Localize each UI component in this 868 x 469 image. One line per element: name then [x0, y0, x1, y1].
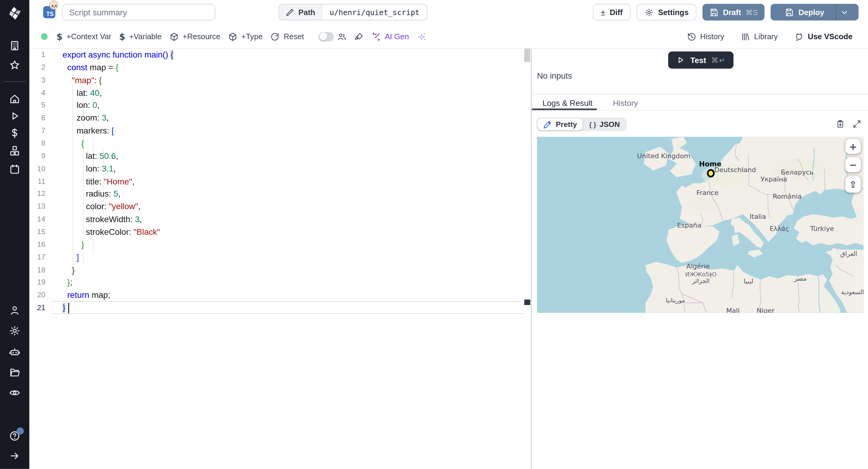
path-value[interactable]: u/henri/quiet_script [322, 4, 427, 20]
code-line[interactable]: 6 zoom: 3, [29, 112, 531, 125]
diff-button[interactable]: ± Diff [593, 4, 630, 21]
code-line[interactable]: 12 radius: 5, [29, 188, 531, 200]
play-icon [676, 56, 685, 65]
line-number: 14 [29, 213, 53, 226]
json-view-button[interactable]: { } JSON [584, 119, 625, 130]
code-line[interactable]: 9 lat: 50.6, [29, 150, 531, 162]
path-widget[interactable]: Path u/henri/quiet_script [278, 4, 427, 21]
map-country-label: Italia [749, 213, 766, 220]
sidebar-expand-button[interactable] [9, 450, 21, 462]
code-line[interactable]: 7 markers: [ [29, 125, 531, 137]
test-button[interactable]: Test ⌘↵ [668, 52, 733, 69]
map-reset-view-button[interactable]: ⇧ [845, 176, 861, 193]
sidebar-item-audit-logs[interactable] [9, 387, 21, 399]
deploy-dropdown-button[interactable] [836, 4, 852, 21]
add-type-button[interactable]: +Type [228, 32, 263, 41]
add-context-var-button[interactable]: $ +Context Var [56, 31, 111, 42]
map-country-label: Ελλάς [770, 225, 789, 233]
users-icon[interactable] [337, 32, 347, 41]
history-button[interactable]: History [687, 32, 724, 41]
draft-button[interactable]: Draft ⌘S [703, 4, 765, 21]
code-text: lat: 50.6, [63, 150, 119, 162]
sidebar-item-resources[interactable] [9, 145, 21, 157]
code-line[interactable]: 10 lon: 3.1, [29, 162, 531, 175]
panel-divider [532, 94, 868, 95]
code-line[interactable]: 18 } [29, 264, 531, 276]
code-line[interactable]: 2 const map = { [29, 61, 531, 74]
library-icon [741, 32, 750, 41]
add-resource-button[interactable]: +Resource [169, 32, 220, 41]
code-line[interactable]: 21} [29, 302, 531, 314]
code-line[interactable]: 19 }; [29, 276, 531, 289]
format-brush-icon[interactable] [354, 32, 364, 41]
code-editor[interactable]: 1export async function main() {2 const m… [29, 49, 531, 469]
library-button[interactable]: Library [741, 32, 778, 41]
use-vscode-button[interactable]: Use VScode [795, 32, 852, 41]
sidebar-item-folders[interactable] [9, 367, 21, 378]
result-view-switcher: Pretty { } JSON [536, 117, 627, 131]
line-number: 4 [29, 87, 53, 99]
code-text: } [63, 239, 84, 251]
code-text: color: "yellow", [63, 200, 141, 213]
line-number: 2 [29, 61, 53, 74]
indent-guide [93, 239, 93, 251]
ai-gen-button[interactable]: AI Gen [372, 32, 409, 41]
code-text: zoom: 3, [63, 112, 109, 125]
ai-sparkles-icon[interactable] [416, 32, 426, 41]
code-line[interactable]: 11 title: "Home", [29, 175, 531, 188]
current-line-highlight [53, 301, 525, 314]
sidebar-item-favorites[interactable] [9, 59, 21, 71]
code-line[interactable]: 16 } [29, 239, 531, 251]
map-country-label: العراق [840, 250, 857, 257]
code-text: markers: [ [63, 125, 114, 137]
map-country-label: France [696, 189, 718, 196]
map-country-label: ИЖЖо5ǂО [685, 271, 716, 277]
tab-logs-result[interactable]: Logs & Result [542, 99, 592, 107]
result-map[interactable]: + − ⇧ United KingdomБеларусьHomeDeutschl… [537, 137, 864, 313]
sidebar-item-variables[interactable] [9, 127, 21, 139]
line-number: 16 [29, 239, 53, 251]
map-country-label: Україна [761, 176, 787, 183]
code-text: const map = { [63, 61, 119, 74]
windmill-logo[interactable] [7, 5, 23, 22]
sidebar-item-runs[interactable] [9, 110, 21, 122]
plus-minus-icon: ± [601, 7, 605, 17]
line-number: 19 [29, 276, 53, 289]
map-country-label: مصر [794, 275, 807, 282]
sidebar-item-home[interactable] [9, 93, 21, 105]
text-cursor [68, 303, 69, 313]
code-line[interactable]: 5 lon: 0, [29, 99, 531, 112]
collab-toggle[interactable] [318, 32, 334, 41]
sidebar-item-settings[interactable] [9, 325, 21, 337]
code-line[interactable]: 1export async function main() { [29, 49, 531, 61]
pretty-view-button[interactable]: Pretty [537, 119, 582, 130]
script-summary-input[interactable] [62, 4, 216, 21]
code-line[interactable]: 15 strokeColor: "Black" [29, 226, 531, 239]
settings-button[interactable]: Settings [637, 4, 696, 21]
code-line[interactable]: 3 "map": { [29, 74, 531, 87]
copy-result-icon[interactable] [836, 120, 845, 129]
code-text: lat: 40, [63, 87, 102, 99]
code-line[interactable]: 20 return map; [29, 289, 531, 302]
map-zoom-out-button[interactable]: − [845, 157, 861, 173]
expand-result-icon[interactable] [852, 120, 862, 129]
code-text: export async function main() { [63, 49, 173, 61]
code-line[interactable]: 17 ] [29, 251, 531, 264]
deploy-button[interactable]: Deploy [771, 4, 858, 21]
sidebar-item-workspace[interactable] [9, 40, 21, 52]
tab-history[interactable]: History [613, 99, 638, 107]
sidebar-item-workers[interactable] [9, 346, 21, 358]
reset-button[interactable]: Reset [270, 32, 304, 41]
code-line[interactable]: 13 color: "yellow", [29, 200, 531, 213]
map-zoom-in-button[interactable]: + [845, 139, 861, 154]
sidebar-item-account[interactable] [9, 305, 21, 316]
test-panel: Test ⌘↵ No inputs Logs & Result History … [532, 49, 868, 469]
map-marker-home[interactable] [707, 169, 715, 178]
code-line[interactable]: 8 { [29, 137, 531, 150]
code-line[interactable]: 4 lat: 40, [29, 87, 531, 99]
sidebar-item-schedules[interactable] [9, 163, 21, 175]
code-line[interactable]: 14 strokeWidth: 3, [29, 213, 531, 226]
add-variable-button[interactable]: $ +Variable [119, 31, 161, 42]
code-text: { [63, 137, 84, 150]
code-text: "map": { [63, 74, 102, 87]
